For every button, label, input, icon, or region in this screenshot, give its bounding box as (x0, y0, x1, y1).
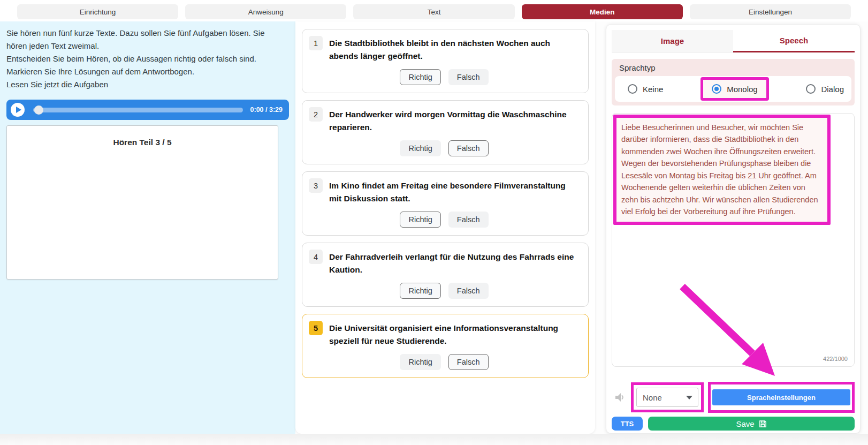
question-text: Die Universität organisiert eine Informa… (329, 321, 580, 348)
question-number-badge: 1 (309, 36, 323, 50)
richtig-button[interactable]: Richtig (400, 69, 440, 85)
char-count: 422/1000 (823, 356, 848, 362)
instruction-line: Entscheiden Sie beim Hören, ob die Aussa… (6, 52, 285, 65)
radio-circle-icon[interactable] (712, 84, 721, 94)
audio-player: 0:00 / 3:29 (6, 100, 289, 120)
question-number-badge: 4 (309, 250, 323, 264)
question-number-badge: 2 (309, 107, 323, 122)
save-button[interactable]: Save (648, 417, 855, 431)
preview-title: Hören Teil 3 / 5 (7, 126, 278, 147)
tts-button[interactable]: TTS (612, 417, 643, 431)
speech-textarea[interactable]: Liebe Besucherinnen und Besucher, wir mö… (612, 113, 855, 367)
question-text: Die Stadtbibliothek bleibt in den nächst… (329, 36, 580, 63)
annotation-box-speech-text: Liebe Besucherinnen und Besucher, wir mö… (613, 115, 831, 225)
main-tab-bar: Einrichtung Anweisung Text Medien Einste… (0, 0, 868, 21)
question-text: Der Fahrradverleih verlangt für die Nutz… (329, 250, 580, 276)
voice-select[interactable]: None (636, 388, 698, 407)
questions-panel: 1 Die Stadtbibliothek bleibt in den näch… (295, 21, 595, 434)
sprachtyp-options: Keine Monolog Dialog (615, 76, 851, 102)
falsch-button[interactable]: Falsch (448, 69, 489, 85)
question-card-4: 4 Der Fahrradverleih verlangt für die Nu… (302, 243, 589, 307)
voice-select-value: None (643, 393, 662, 402)
tab-text[interactable]: Text (353, 4, 514, 19)
save-icon (759, 420, 767, 428)
radio-label: Dialog (821, 85, 844, 94)
audio-progress-thumb[interactable] (34, 105, 43, 115)
page-bottom-strip (0, 434, 868, 445)
question-card-2: 2 Der Handwerker wird morgen Vormittag d… (302, 100, 589, 164)
instruction-line: Lesen Sie jetzt die Aufgaben (6, 78, 285, 91)
falsch-button[interactable]: Falsch (448, 212, 489, 228)
speech-settings-button[interactable]: Spracheinstellungen (712, 389, 850, 405)
instruction-line: Sie hören nun fünf kurze Texte. Dazu sol… (6, 27, 285, 52)
media-tab-bar: Image Speech (612, 30, 855, 52)
question-number-badge: 5 (309, 321, 323, 335)
radio-monolog[interactable]: Monolog (712, 84, 758, 94)
tab-image[interactable]: Image (612, 30, 733, 52)
richtig-button[interactable]: Richtig (400, 140, 440, 156)
speaker-icon (614, 391, 627, 404)
save-button-label: Save (736, 419, 754, 428)
radio-keine[interactable]: Keine (628, 84, 663, 94)
audio-progress-track[interactable] (33, 108, 243, 112)
sprachtyp-label: Sprachtyp (615, 59, 851, 76)
media-panel: Image Speech Sprachtyp Keine Monolog Dia… (606, 24, 861, 434)
radio-label: Monolog (727, 85, 758, 94)
listening-preview-box: Hören Teil 3 / 5 (6, 125, 278, 280)
radio-label: Keine (643, 85, 663, 94)
instruction-line: Markieren Sie Ihre Lösungen auf dem Antw… (6, 65, 285, 78)
falsch-button[interactable]: Falsch (448, 140, 489, 156)
sprachtyp-section: Sprachtyp Keine Monolog Dialog (612, 59, 855, 105)
chevron-down-icon (686, 396, 692, 399)
tab-einstellungen[interactable]: Einstellungen (690, 4, 851, 19)
falsch-button[interactable]: Falsch (448, 354, 489, 370)
question-text: Der Handwerker wird morgen Vormittag die… (329, 107, 580, 134)
radio-circle-icon[interactable] (628, 84, 637, 94)
tab-anweisung[interactable]: Anweisung (185, 4, 346, 19)
play-icon[interactable] (11, 103, 25, 117)
annotation-box-speech-settings: Spracheinstellungen (708, 382, 855, 413)
question-text: Im Kino findet am Freitag eine besondere… (329, 178, 580, 205)
instructions-panel: Sie hören nun fünf kurze Texte. Dazu sol… (0, 21, 295, 434)
annotation-box-voice-select: None (631, 382, 704, 412)
radio-dialog[interactable]: Dialog (806, 84, 844, 94)
question-card-5: 5 Die Universität organisiert eine Infor… (302, 314, 589, 378)
tab-einrichtung[interactable]: Einrichtung (17, 4, 178, 19)
question-number-badge: 3 (309, 178, 323, 193)
richtig-button[interactable]: Richtig (400, 283, 440, 299)
audio-time: 0:00 / 3:29 (250, 106, 283, 114)
tab-medien[interactable]: Medien (522, 4, 683, 19)
richtig-button[interactable]: Richtig (400, 354, 440, 370)
annotation-box-monolog: Monolog (701, 77, 769, 101)
radio-circle-icon[interactable] (806, 84, 816, 94)
richtig-button[interactable]: Richtig (400, 212, 440, 228)
tab-speech[interactable]: Speech (733, 30, 855, 52)
speech-text: Liebe Besucherinnen und Besucher, wir mö… (621, 122, 823, 218)
question-card-3: 3 Im Kino findet am Freitag eine besonde… (302, 171, 589, 236)
falsch-button[interactable]: Falsch (448, 283, 489, 299)
question-card-1: 1 Die Stadtbibliothek bleibt in den näch… (302, 29, 589, 93)
